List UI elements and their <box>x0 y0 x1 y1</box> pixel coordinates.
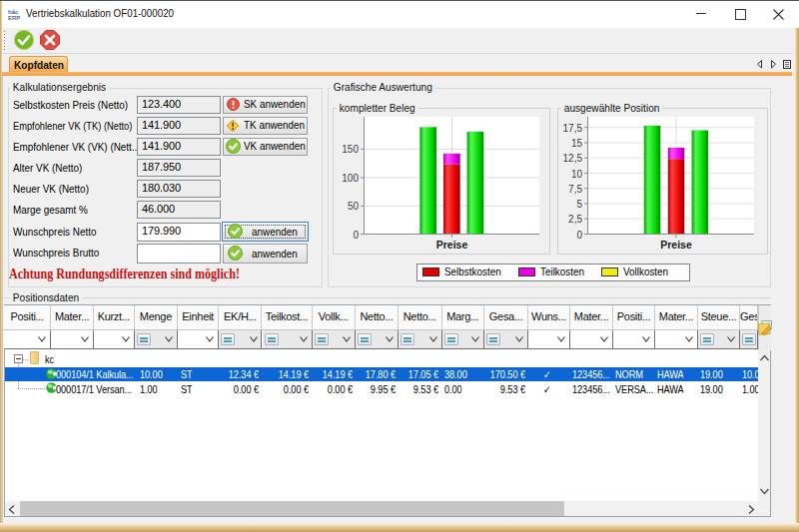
svg-text:Preise: Preise <box>436 239 468 251</box>
svg-text:150: 150 <box>342 144 359 155</box>
svg-text:10: 10 <box>571 169 583 180</box>
svg-text:15: 15 <box>571 138 583 149</box>
svg-text:ERP: ERP <box>8 15 20 21</box>
svg-text:5: 5 <box>576 199 582 210</box>
svg-text:Preise: Preise <box>660 239 692 251</box>
svg-text:2,5: 2,5 <box>568 214 582 225</box>
svg-text:12,5: 12,5 <box>563 153 583 164</box>
svg-text:50: 50 <box>348 201 360 212</box>
svg-text:0: 0 <box>353 230 359 241</box>
svg-text:17,5: 17,5 <box>563 123 583 134</box>
svg-text:0: 0 <box>576 230 582 241</box>
svg-text:100: 100 <box>342 173 359 184</box>
svg-text:7,5: 7,5 <box>568 184 582 195</box>
